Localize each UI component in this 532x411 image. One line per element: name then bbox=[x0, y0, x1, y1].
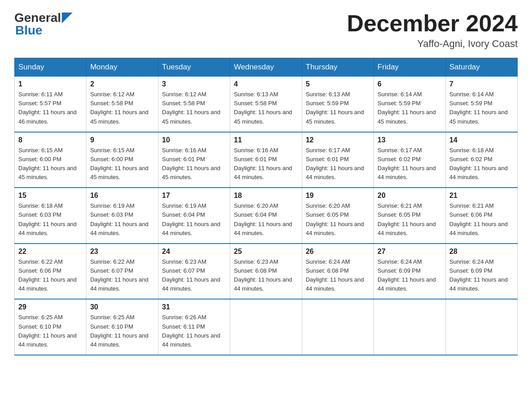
day-info: Sunrise: 6:20 AMSunset: 6:04 PMDaylight:… bbox=[234, 201, 298, 238]
calendar-header-thursday: Thursday bbox=[302, 58, 373, 77]
calendar-day-cell: 24 Sunrise: 6:23 AMSunset: 6:07 PMDaylig… bbox=[158, 244, 230, 300]
calendar-day-cell: 6 Sunrise: 6:14 AMSunset: 5:59 PMDayligh… bbox=[374, 77, 446, 132]
day-number: 22 bbox=[18, 248, 82, 256]
calendar-day-cell: 1 Sunrise: 6:11 AMSunset: 5:57 PMDayligh… bbox=[15, 77, 86, 132]
title-block: December 2024 Yaffo-Agni, Ivory Coast bbox=[347, 11, 518, 50]
day-info: Sunrise: 6:14 AMSunset: 5:59 PMDaylight:… bbox=[450, 90, 514, 126]
day-info: Sunrise: 6:25 AMSunset: 6:10 PMDaylight:… bbox=[90, 313, 154, 349]
calendar-header-tuesday: Tuesday bbox=[158, 58, 230, 77]
day-number: 1 bbox=[18, 80, 82, 88]
calendar-week-row: 15 Sunrise: 6:18 AMSunset: 6:03 PMDaylig… bbox=[15, 188, 518, 244]
calendar-week-row: 1 Sunrise: 6:11 AMSunset: 5:57 PMDayligh… bbox=[15, 77, 518, 132]
calendar-day-cell: 20 Sunrise: 6:21 AMSunset: 6:05 PMDaylig… bbox=[374, 188, 446, 244]
day-number: 11 bbox=[234, 136, 298, 144]
day-number: 3 bbox=[162, 80, 226, 88]
calendar-day-cell: 5 Sunrise: 6:13 AMSunset: 5:59 PMDayligh… bbox=[302, 77, 373, 132]
day-info: Sunrise: 6:20 AMSunset: 6:05 PMDaylight:… bbox=[306, 201, 370, 238]
day-info: Sunrise: 6:15 AMSunset: 6:00 PMDaylight:… bbox=[90, 146, 154, 182]
logo-triangle-icon bbox=[62, 13, 73, 23]
day-info: Sunrise: 6:17 AMSunset: 6:01 PMDaylight:… bbox=[306, 146, 370, 182]
day-info: Sunrise: 6:21 AMSunset: 6:06 PMDaylight:… bbox=[450, 201, 514, 238]
day-info: Sunrise: 6:18 AMSunset: 6:02 PMDaylight:… bbox=[450, 146, 514, 182]
calendar-header-wednesday: Wednesday bbox=[230, 58, 302, 77]
day-number: 19 bbox=[306, 192, 370, 200]
day-number: 18 bbox=[234, 192, 298, 200]
day-info: Sunrise: 6:17 AMSunset: 6:02 PMDaylight:… bbox=[378, 146, 442, 182]
day-info: Sunrise: 6:13 AMSunset: 5:58 PMDaylight:… bbox=[234, 90, 298, 126]
calendar-header-sunday: Sunday bbox=[15, 58, 86, 77]
day-info: Sunrise: 6:22 AMSunset: 6:07 PMDaylight:… bbox=[90, 257, 154, 294]
calendar-day-cell: 17 Sunrise: 6:19 AMSunset: 6:04 PMDaylig… bbox=[158, 188, 230, 244]
day-info: Sunrise: 6:23 AMSunset: 6:08 PMDaylight:… bbox=[234, 257, 298, 294]
day-number: 25 bbox=[234, 248, 298, 256]
calendar-day-cell: 19 Sunrise: 6:20 AMSunset: 6:05 PMDaylig… bbox=[302, 188, 373, 244]
day-number: 15 bbox=[18, 192, 82, 200]
calendar-day-cell: 23 Sunrise: 6:22 AMSunset: 6:07 PMDaylig… bbox=[86, 244, 158, 300]
day-number: 7 bbox=[450, 80, 514, 88]
day-number: 17 bbox=[162, 192, 226, 200]
day-info: Sunrise: 6:26 AMSunset: 6:11 PMDaylight:… bbox=[162, 313, 226, 349]
day-info: Sunrise: 6:11 AMSunset: 5:57 PMDaylight:… bbox=[18, 90, 82, 126]
day-info: Sunrise: 6:14 AMSunset: 5:59 PMDaylight:… bbox=[378, 90, 442, 126]
day-number: 20 bbox=[378, 192, 442, 200]
day-info: Sunrise: 6:25 AMSunset: 6:10 PMDaylight:… bbox=[18, 313, 82, 349]
day-info: Sunrise: 6:12 AMSunset: 5:58 PMDaylight:… bbox=[162, 90, 226, 126]
calendar-day-cell: 28 Sunrise: 6:24 AMSunset: 6:09 PMDaylig… bbox=[446, 244, 517, 300]
calendar-day-cell bbox=[230, 299, 302, 355]
day-number: 5 bbox=[306, 80, 370, 88]
day-info: Sunrise: 6:19 AMSunset: 6:03 PMDaylight:… bbox=[90, 201, 154, 238]
calendar-day-cell bbox=[446, 299, 517, 355]
day-info: Sunrise: 6:24 AMSunset: 6:09 PMDaylight:… bbox=[450, 257, 514, 294]
day-info: Sunrise: 6:15 AMSunset: 6:00 PMDaylight:… bbox=[18, 146, 82, 182]
calendar-day-cell bbox=[302, 299, 373, 355]
day-number: 8 bbox=[18, 136, 82, 144]
day-number: 23 bbox=[90, 248, 154, 256]
day-info: Sunrise: 6:16 AMSunset: 6:01 PMDaylight:… bbox=[162, 146, 226, 182]
day-number: 29 bbox=[18, 303, 82, 311]
day-number: 2 bbox=[90, 80, 154, 88]
calendar-week-row: 8 Sunrise: 6:15 AMSunset: 6:00 PMDayligh… bbox=[15, 132, 518, 188]
day-number: 27 bbox=[378, 248, 442, 256]
day-number: 24 bbox=[162, 248, 226, 256]
day-number: 21 bbox=[450, 192, 514, 200]
day-info: Sunrise: 6:21 AMSunset: 6:05 PMDaylight:… bbox=[378, 201, 442, 238]
day-info: Sunrise: 6:22 AMSunset: 6:06 PMDaylight:… bbox=[18, 257, 82, 294]
calendar-day-cell: 9 Sunrise: 6:15 AMSunset: 6:00 PMDayligh… bbox=[86, 132, 158, 188]
day-info: Sunrise: 6:12 AMSunset: 5:58 PMDaylight:… bbox=[90, 90, 154, 126]
day-info: Sunrise: 6:16 AMSunset: 6:01 PMDaylight:… bbox=[234, 146, 298, 182]
calendar-day-cell: 14 Sunrise: 6:18 AMSunset: 6:02 PMDaylig… bbox=[446, 132, 517, 188]
calendar-day-cell: 18 Sunrise: 6:20 AMSunset: 6:04 PMDaylig… bbox=[230, 188, 302, 244]
day-info: Sunrise: 6:24 AMSunset: 6:08 PMDaylight:… bbox=[306, 257, 370, 294]
calendar-header-saturday: Saturday bbox=[446, 58, 517, 77]
day-info: Sunrise: 6:18 AMSunset: 6:03 PMDaylight:… bbox=[18, 201, 82, 238]
calendar-header-monday: Monday bbox=[86, 58, 158, 77]
calendar-day-cell: 8 Sunrise: 6:15 AMSunset: 6:00 PMDayligh… bbox=[15, 132, 86, 188]
calendar-table: SundayMondayTuesdayWednesdayThursdayFrid… bbox=[14, 58, 518, 355]
day-number: 6 bbox=[378, 80, 442, 88]
calendar-day-cell: 4 Sunrise: 6:13 AMSunset: 5:58 PMDayligh… bbox=[230, 77, 302, 132]
day-number: 12 bbox=[306, 136, 370, 144]
calendar-day-cell bbox=[374, 299, 446, 355]
day-number: 4 bbox=[234, 80, 298, 88]
day-info: Sunrise: 6:24 AMSunset: 6:09 PMDaylight:… bbox=[378, 257, 442, 294]
logo-blue-text: Blue bbox=[15, 23, 43, 37]
calendar-day-cell: 15 Sunrise: 6:18 AMSunset: 6:03 PMDaylig… bbox=[15, 188, 86, 244]
day-number: 13 bbox=[378, 136, 442, 144]
page-header: General Blue December 2024 Yaffo-Agni, I… bbox=[14, 11, 518, 50]
day-number: 14 bbox=[450, 136, 514, 144]
day-number: 31 bbox=[162, 303, 226, 311]
day-number: 28 bbox=[450, 248, 514, 256]
calendar-header-row: SundayMondayTuesdayWednesdayThursdayFrid… bbox=[15, 58, 518, 77]
calendar-day-cell: 16 Sunrise: 6:19 AMSunset: 6:03 PMDaylig… bbox=[86, 188, 158, 244]
day-info: Sunrise: 6:13 AMSunset: 5:59 PMDaylight:… bbox=[306, 90, 370, 126]
month-title: December 2024 bbox=[347, 11, 518, 36]
day-number: 30 bbox=[90, 303, 154, 311]
day-number: 16 bbox=[90, 192, 154, 200]
calendar-day-cell: 7 Sunrise: 6:14 AMSunset: 5:59 PMDayligh… bbox=[446, 77, 517, 132]
calendar-day-cell: 10 Sunrise: 6:16 AMSunset: 6:01 PMDaylig… bbox=[158, 132, 230, 188]
calendar-day-cell: 13 Sunrise: 6:17 AMSunset: 6:02 PMDaylig… bbox=[374, 132, 446, 188]
calendar-header-friday: Friday bbox=[374, 58, 446, 77]
calendar-day-cell: 29 Sunrise: 6:25 AMSunset: 6:10 PMDaylig… bbox=[15, 299, 86, 355]
day-number: 9 bbox=[90, 136, 154, 144]
calendar-day-cell: 2 Sunrise: 6:12 AMSunset: 5:58 PMDayligh… bbox=[86, 77, 158, 132]
